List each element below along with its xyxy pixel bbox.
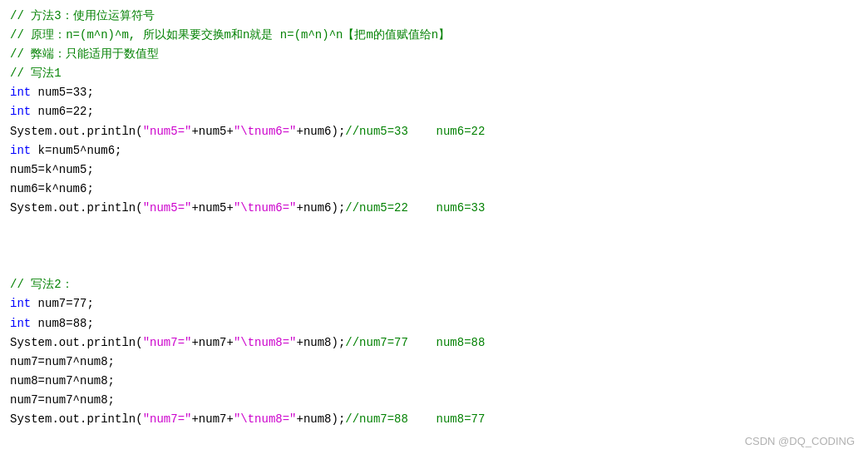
code-line: int num8=88; xyxy=(10,314,858,333)
code-line: int num6=22; xyxy=(10,102,858,121)
code-line xyxy=(10,256,858,275)
code-line: num7=num7^num8; xyxy=(10,391,858,410)
code-line: System.out.println("num5="+num5+"\tnum6=… xyxy=(10,199,858,218)
code-line: System.out.println("num5="+num5+"\tnum6=… xyxy=(10,122,858,141)
code-line: int num7=77; xyxy=(10,294,858,313)
code-line xyxy=(10,218,858,237)
code-line: System.out.println("num7="+num7+"\tnum8=… xyxy=(10,410,858,429)
code-line xyxy=(10,237,858,256)
code-line: // 原理：n=(m^n)^m, 所以如果要交换m和n就是 n=(m^n)^n【… xyxy=(10,26,858,45)
code-line: num8=num7^num8; xyxy=(10,372,858,391)
code-line: // 写法2： xyxy=(10,275,858,294)
code-line: System.out.println("num7="+num7+"\tnum8=… xyxy=(10,333,858,353)
code-line: int num5=33; xyxy=(10,83,858,102)
code-line: // 写法1 xyxy=(10,64,858,83)
watermark: CSDN @DQ_CODING xyxy=(745,433,855,451)
code-content: // 方法3：使用位运算符号// 原理：n=(m^n)^m, 所以如果要交换m和… xyxy=(10,7,858,448)
code-editor: // 方法3：使用位运算符号// 原理：n=(m^n)^m, 所以如果要交换m和… xyxy=(0,0,868,459)
code-line: // 方法3：使用位运算符号 xyxy=(10,7,858,26)
code-line: int k=num5^num6; xyxy=(10,141,858,160)
code-line: // 弊端：只能适用于数值型 xyxy=(10,45,858,64)
code-line: num5=k^num5; xyxy=(10,160,858,180)
code-line: num7=num7^num8; xyxy=(10,353,858,372)
code-line: num6=k^num6; xyxy=(10,180,858,199)
code-line xyxy=(10,429,858,448)
